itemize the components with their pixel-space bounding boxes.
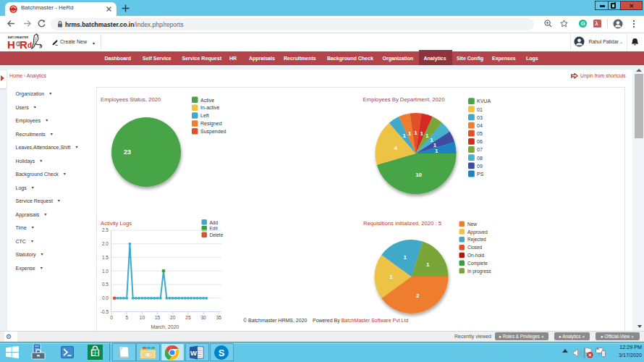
svg-text:35: 35 bbox=[216, 315, 222, 320]
svg-text:05: 05 bbox=[477, 131, 483, 136]
svg-text:01: 01 bbox=[477, 107, 483, 112]
svg-text:Resigned: Resigned bbox=[200, 121, 222, 127]
svg-text:2.5: 2.5 bbox=[102, 227, 109, 232]
svg-text:07: 07 bbox=[477, 147, 483, 152]
svg-text:On-hold: On-hold bbox=[467, 253, 485, 258]
svg-text:0.0: 0.0 bbox=[102, 295, 109, 300]
svg-text:15: 15 bbox=[155, 315, 161, 320]
svg-text:5: 5 bbox=[125, 315, 128, 320]
svg-text:1: 1 bbox=[426, 261, 430, 268]
svg-text:0: 0 bbox=[110, 315, 113, 320]
svg-text:2: 2 bbox=[416, 292, 420, 299]
svg-text:03: 03 bbox=[477, 115, 483, 120]
svg-text:In progress: In progress bbox=[467, 269, 491, 274]
svg-text:New: New bbox=[467, 222, 477, 227]
svg-text:Complete: Complete bbox=[467, 261, 488, 266]
svg-text:March, 2020: March, 2020 bbox=[151, 324, 179, 329]
svg-text:-0.5: -0.5 bbox=[101, 309, 109, 314]
svg-text:Activity Logs: Activity Logs bbox=[101, 220, 132, 227]
svg-text:1.0: 1.0 bbox=[102, 269, 109, 274]
svg-text:10: 10 bbox=[415, 172, 422, 178]
svg-text:1: 1 bbox=[414, 130, 418, 136]
svg-text:1: 1 bbox=[403, 132, 407, 139]
svg-text:W: W bbox=[190, 349, 197, 357]
svg-text:KVUA: KVUA bbox=[477, 98, 491, 104]
svg-text:2.0: 2.0 bbox=[102, 241, 109, 246]
svg-text:1: 1 bbox=[389, 274, 393, 280]
svg-text:1: 1 bbox=[420, 130, 423, 137]
svg-text:Employees Status, 2020: Employees Status, 2020 bbox=[101, 96, 161, 103]
svg-text:09: 09 bbox=[477, 164, 483, 169]
svg-text:Approved: Approved bbox=[467, 230, 488, 235]
svg-text:Suspended: Suspended bbox=[200, 129, 226, 135]
svg-text:08: 08 bbox=[477, 156, 483, 161]
svg-text:20: 20 bbox=[170, 315, 176, 320]
svg-text:Add: Add bbox=[210, 220, 219, 225]
svg-text:S: S bbox=[219, 348, 225, 358]
svg-text:1: 1 bbox=[404, 254, 407, 261]
svg-text:1: 1 bbox=[408, 130, 412, 137]
svg-text:Delete: Delete bbox=[210, 232, 224, 237]
svg-text:23: 23 bbox=[124, 148, 131, 156]
svg-text:04: 04 bbox=[477, 123, 483, 128]
svg-text:4: 4 bbox=[394, 145, 397, 151]
svg-text:25: 25 bbox=[185, 315, 191, 320]
svg-text:Left: Left bbox=[200, 113, 209, 118]
svg-text:Rejected: Rejected bbox=[467, 237, 486, 243]
svg-text:0.5: 0.5 bbox=[102, 282, 109, 287]
svg-text:10: 10 bbox=[140, 315, 145, 320]
svg-text:Closed: Closed bbox=[467, 245, 483, 250]
svg-text:1: 1 bbox=[425, 132, 429, 139]
svg-text:Requisitions Initialized, 2020: Requisitions Initialized, 2020 : 5 bbox=[363, 220, 441, 227]
svg-text:Employees By Department, 2020: Employees By Department, 2020 bbox=[363, 96, 445, 103]
svg-text:In-active: In-active bbox=[200, 105, 220, 110]
svg-text:1.5: 1.5 bbox=[102, 255, 109, 260]
svg-text:1: 1 bbox=[435, 148, 438, 154]
svg-text:30: 30 bbox=[200, 315, 206, 320]
svg-text:PS: PS bbox=[477, 172, 484, 177]
svg-text:Active: Active bbox=[200, 98, 214, 103]
svg-text:06: 06 bbox=[477, 139, 483, 144]
